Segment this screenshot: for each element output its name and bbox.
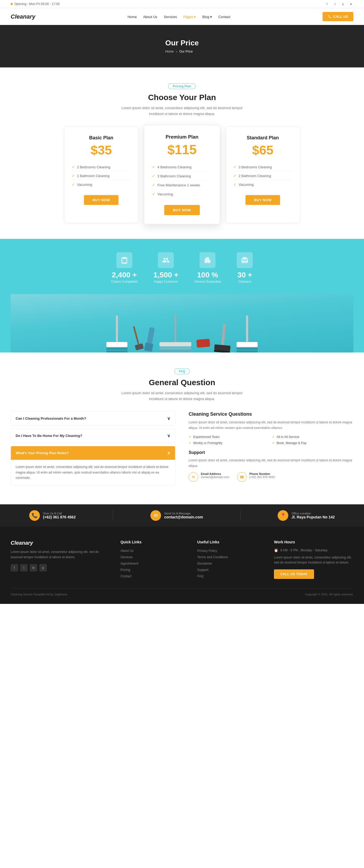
instagram-icon[interactable]: ● xyxy=(348,2,353,6)
footer-instagram-icon[interactable]: in xyxy=(30,564,37,571)
pinterest-icon[interactable]: p xyxy=(341,2,345,6)
cta-phone-icon: 📞 xyxy=(29,510,40,521)
faq-title: General Question xyxy=(11,378,353,387)
footer-logo: Cleanary xyxy=(11,540,110,546)
cta-location-label: Office Location xyxy=(291,512,335,515)
faq-desc: Lorem ipsum dolor sit amet, consectetur … xyxy=(118,390,246,402)
accordion-question-2: Do I Have To Be Home For My Cleaning? xyxy=(16,434,82,438)
cta-phone: 📞 Give Us A Call (+62) 361 876 4562 xyxy=(29,510,76,521)
footer-link-contact[interactable]: Contact xyxy=(120,575,131,578)
standard-plan-price: $65 xyxy=(233,143,292,157)
breadcrumb-home[interactable]: Home xyxy=(165,50,174,53)
nav-pages[interactable]: Pages ▾ xyxy=(183,15,196,19)
check-icon: ✓ xyxy=(272,435,275,439)
chevron-down-icon-2: ∨ xyxy=(167,433,170,438)
check-icon: ✓ xyxy=(189,441,192,445)
accordion-header-2[interactable]: Do I Have To Be Home For My Cleaning? ∨ xyxy=(11,429,175,442)
cta-divider-2 xyxy=(240,510,241,521)
check-icon: ✓ xyxy=(189,435,192,439)
footer-link-support[interactable]: Support xyxy=(197,568,208,572)
premium-plan-title: Premium Plan xyxy=(152,134,212,140)
support-contacts: ✉ Email Address contact@domain.com ☎ Pho… xyxy=(189,472,353,482)
faq-feature-4: ✓ Book, Manage & Pay xyxy=(272,441,353,445)
accordion-question-1: Can I Cleaning Professionals For a Month… xyxy=(16,416,86,421)
premium-buy-button[interactable]: BUY NOW xyxy=(164,205,200,215)
footer-work-hours: 8 AM - 5 PM , Monday - Saturday xyxy=(280,549,327,552)
nav-about[interactable]: About Us xyxy=(143,15,157,19)
feature-item: ✓Free Maintenance 1 weeks xyxy=(152,181,212,190)
tool-spray xyxy=(144,327,156,352)
phone-info: Phone Number (+62) 361 876 4562 xyxy=(250,472,275,478)
stat-customers-label: Happy Customer xyxy=(153,280,178,283)
faq-features-grid: ✓ Experienced Team ✓ All in All Service … xyxy=(189,435,353,445)
nav-contact[interactable]: Contact xyxy=(218,15,230,19)
cta-email-icon: ✉ xyxy=(150,510,161,521)
phone-label: Phone Number xyxy=(250,472,275,475)
footer-facebook-icon[interactable]: f xyxy=(11,564,18,571)
call-us-button[interactable]: CALL US xyxy=(323,12,353,21)
hero-section: Our Price Home › Our Price xyxy=(0,25,364,67)
basic-plan-price: $35 xyxy=(72,143,131,157)
footer: Cleanary Lorem ipsum dolor sit amet, con… xyxy=(0,527,364,604)
faq-right-desc: Lorem ipsum dolor sit amet, consectetur … xyxy=(189,420,353,431)
faq-feature-label-1: Experienced Team xyxy=(193,435,220,439)
call-today-button[interactable]: CALL US TODAY xyxy=(274,569,314,579)
facebook-icon[interactable]: f xyxy=(325,2,330,6)
faq-section: FAQ General Question Lorem ipsum dolor s… xyxy=(0,352,364,504)
nav-home[interactable]: Home xyxy=(128,15,137,19)
footer-link-services[interactable]: Services xyxy=(120,555,133,559)
tool-mop-right xyxy=(236,315,258,352)
footer-quick-links-col: Quick Links About Us Services Appointmen… xyxy=(120,540,187,580)
nav-services[interactable]: Services xyxy=(164,15,177,19)
opening-text: Opening : Mon-Fri 08:00 - 17:00 xyxy=(15,2,60,6)
pricing-badge: Pricing Plan xyxy=(168,83,196,89)
feature-item: ✓3 Bedrooms Cleaning xyxy=(233,163,292,172)
stat-cleaners: 30 + Cleaners xyxy=(237,252,253,283)
tool-brush xyxy=(130,326,144,351)
standard-buy-button[interactable]: BUY NOW xyxy=(246,195,280,205)
premium-plan-features: ✓4 Bedrooms Cleaning ✓3 Bathroom Cleanin… xyxy=(152,163,212,198)
stat-guarantee: 100 % Service Guarantee xyxy=(194,252,221,283)
footer-pinterest-icon[interactable]: p xyxy=(39,564,47,571)
footer-link-appointment[interactable]: Appointment xyxy=(120,562,138,565)
footer-quick-links: About Us Services Appointment Pricing Co… xyxy=(120,549,187,578)
basic-buy-button[interactable]: BUY NOW xyxy=(84,195,118,205)
call-us-label: CALL US xyxy=(333,14,348,19)
faq-accordion: Can I Cleaning Professionals For a Month… xyxy=(11,411,175,488)
cta-location-icon: 📍 xyxy=(278,510,288,521)
accordion-header-1[interactable]: Can I Cleaning Professionals For a Month… xyxy=(11,412,175,425)
stat-icon-cleaners xyxy=(237,252,253,268)
footer-work-hours-col: Work Hours ⏰ 8 AM - 5 PM , Monday - Satu… xyxy=(274,540,353,580)
footer-link-about[interactable]: About Us xyxy=(120,549,133,553)
phone-icon xyxy=(328,15,332,19)
email-info: Email Address contact@domain.com xyxy=(201,472,229,478)
cta-location-value: Jl. Raya Puputan No 142 xyxy=(291,515,335,519)
cta-email-value: contact@domain.com xyxy=(164,515,203,519)
pricing-card-premium: Premium Plan $115 ✓4 Bedrooms Cleaning ✓… xyxy=(144,125,220,224)
accordion-question-3: What's Your Pricing Plan Rules? xyxy=(16,451,69,455)
footer-link-privacy[interactable]: Privacy Policy xyxy=(197,549,217,553)
footer-twitter-icon[interactable]: t xyxy=(20,564,28,571)
faq-header: FAQ General Question Lorem ipsum dolor s… xyxy=(11,368,353,402)
support-title: Support xyxy=(189,450,353,455)
faq-right-title: Cleaning Service Questions xyxy=(189,411,353,417)
nav-links: Home About Us Services Pages ▾ Blog ▾ Co… xyxy=(128,14,230,19)
footer-link-terms[interactable]: Terms and Conditions xyxy=(197,555,228,559)
faq-feature-1: ✓ Experienced Team xyxy=(189,435,270,439)
people-icon xyxy=(162,256,169,264)
footer-link-pricing[interactable]: Pricing xyxy=(120,568,130,572)
support-phone: ☎ Phone Number (+62) 361 876 4562 xyxy=(237,472,275,482)
footer-link-faq[interactable]: FAQ xyxy=(197,575,203,578)
hero-title: Our Price xyxy=(165,39,199,47)
basic-plan-title: Basic Plan xyxy=(72,135,131,141)
pricing-title: Choose Your Plan xyxy=(11,93,353,102)
footer-bottom-right: Copyright © 2021. All rights reserved. xyxy=(305,593,353,596)
nav-blog[interactable]: Blog ▾ xyxy=(202,15,212,19)
breadcrumb-current: Our Price xyxy=(179,50,193,53)
twitter-icon[interactable]: t xyxy=(333,2,337,6)
navbar: Cleanary Home About Us Services Pages ▾ … xyxy=(0,8,364,25)
logo[interactable]: Cleanary xyxy=(11,13,35,20)
check-icon: ✓ xyxy=(152,192,155,196)
footer-link-disclaimer[interactable]: Disclaimer xyxy=(197,562,212,565)
accordion-header-3[interactable]: What's Your Pricing Plan Rules? ∧ xyxy=(11,446,175,460)
